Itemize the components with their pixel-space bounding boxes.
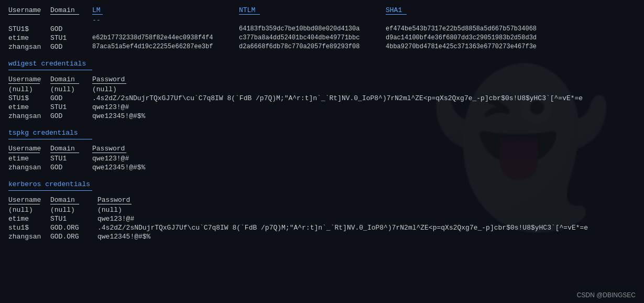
tspkg-title: tspkg credentials xyxy=(8,129,636,137)
table-row: zhangsan GOD.ORG qwe12345!@#$% xyxy=(8,232,636,241)
hash-section: Username Domain LM NTLM SHA1 xyxy=(8,5,636,51)
tspkg-col-username: Username xyxy=(8,144,50,154)
col-header-lm: LM xyxy=(92,5,239,16)
tspkg-col-password: Password xyxy=(92,144,636,154)
table-row: etime STU1 qwe123!@# xyxy=(8,214,636,223)
wdigest-section: wdigest credentials Username Domain Pass… xyxy=(8,60,636,121)
wdigest-table: Username Domain Password (null) (null) (… xyxy=(8,74,636,121)
table-row: etime STU1 qwe123!@# xyxy=(8,154,636,163)
tspkg-col-domain: Domain xyxy=(50,144,92,154)
tspkg-table: Username Domain Password etime STU1 qwe1… xyxy=(8,144,636,172)
kerberos-section: kerberos credentials Username Domain Pas… xyxy=(8,180,636,241)
table-row: etime STU1 e62b17732338d758f82e44ec0938f… xyxy=(8,34,636,42)
table-row: (null) (null) (null) xyxy=(8,205,636,214)
hash-dash-row: -- xyxy=(8,16,636,25)
table-row: zhangsan GOD qwe12345!@#$% xyxy=(8,163,636,172)
kerberos-col-domain: Domain xyxy=(50,195,97,205)
tspkg-section: tspkg credentials Username Domain Passwo… xyxy=(8,129,636,172)
hash-table: Username Domain LM NTLM SHA1 xyxy=(8,5,636,51)
kerberos-title: kerberos credentials xyxy=(8,180,636,188)
kerberos-table: Username Domain Password (null) (null) (… xyxy=(8,195,636,241)
wdigest-col-password: Password xyxy=(92,74,636,85)
wdigest-header-row: Username Domain Password xyxy=(8,74,636,85)
hash-header-row: Username Domain LM NTLM SHA1 xyxy=(8,5,636,16)
tspkg-header-row: Username Domain Password xyxy=(8,144,636,154)
col-header-ntlm: NTLM xyxy=(239,5,386,16)
table-row: stu1$ GOD.ORG .4s2dZ/2sNDujrTQxGJ7Uf\cu`… xyxy=(8,223,636,232)
table-row: zhangsan GOD 87aca51a5ef4d19c22255e66287… xyxy=(8,42,636,51)
kerberos-col-username: Username xyxy=(8,195,50,205)
wdigest-title: wdigest credentials xyxy=(8,60,636,68)
watermark: CSDN @DBINGSEC xyxy=(577,291,636,299)
table-row: STU1$ GOD .4s2dZ/2sNDujrTQxGJ7Uf\cu`C7q8… xyxy=(8,94,636,103)
table-row: (null) (null) (null) xyxy=(8,85,636,94)
kerberos-col-password: Password xyxy=(97,195,636,205)
col-header-domain: Domain xyxy=(50,5,92,16)
col-header-sha1: SHA1 xyxy=(386,5,636,16)
table-row: zhangsan GOD qwe12345!@#$% xyxy=(8,112,636,121)
wdigest-col-username: Username xyxy=(8,74,50,85)
table-row: etime STU1 qwe123!@# xyxy=(8,103,636,112)
kerberos-header-row: Username Domain Password xyxy=(8,195,636,205)
table-row: STU1$ GOD 64183fb359dc7be10bbd08e020d413… xyxy=(8,25,636,34)
wdigest-col-domain: Domain xyxy=(50,74,92,85)
col-header-username: Username xyxy=(8,5,50,16)
